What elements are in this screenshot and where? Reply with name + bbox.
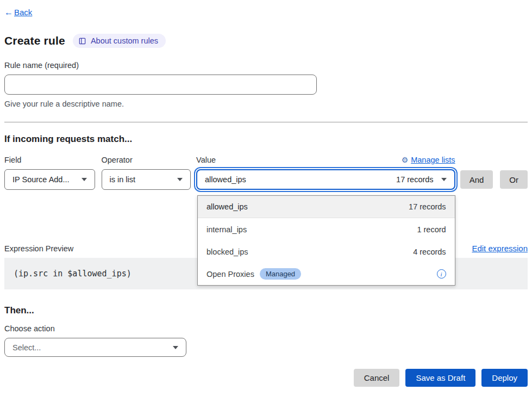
chevron-down-icon (173, 346, 178, 349)
value-dropdown-panel: allowed_ips 17 records internal_ips 1 re… (197, 195, 455, 286)
value-label: Value (196, 156, 216, 164)
list-record-count: 4 records (413, 248, 446, 256)
then-section-heading: Then... (4, 305, 528, 316)
operator-select[interactable]: is in list (102, 169, 191, 190)
value-label-row: Value ⚙ Manage lists (196, 156, 455, 164)
back-row: ←Back (4, 8, 528, 17)
gear-icon: ⚙ (402, 156, 409, 164)
value-select[interactable]: allowed_ips 17 records (196, 169, 455, 190)
back-link-label: Back (14, 8, 32, 17)
save-as-draft-button[interactable]: Save as Draft (405, 369, 475, 387)
about-badge-label: About custom rules (91, 36, 158, 45)
edit-expression-link[interactable]: Edit expression (472, 244, 528, 253)
rule-name-input[interactable] (4, 75, 317, 95)
list-name: blocked_ips (206, 248, 248, 256)
field-select[interactable]: IP Source Add... (4, 169, 95, 190)
manage-lists-label: Manage lists (411, 156, 455, 164)
list-record-count: 1 record (417, 225, 446, 234)
expression-code: (ip.src in $allowed_ips) (14, 269, 132, 279)
value-column: Value ⚙ Manage lists allowed_ips 17 reco… (196, 156, 455, 190)
action-select[interactable]: Select... (4, 338, 186, 357)
match-section-heading: If incoming requests match... (4, 134, 528, 145)
book-icon (78, 37, 86, 45)
list-name: allowed_ips (206, 202, 248, 211)
page-title: Create rule (4, 34, 65, 47)
chevron-down-icon (441, 178, 447, 181)
choose-action-label: Choose action (4, 324, 528, 333)
operator-select-value: is in list (110, 175, 171, 184)
match-row: Field IP Source Add... Operator is in li… (4, 156, 528, 190)
operator-label: Operator (102, 156, 191, 164)
chevron-down-icon (82, 178, 87, 181)
back-arrow-icon: ← (4, 8, 13, 17)
rule-name-group: Rule name (required) Give your rule a de… (4, 61, 528, 108)
value-select-name: allowed_ips (205, 175, 396, 184)
deploy-button[interactable]: Deploy (481, 369, 528, 387)
and-button[interactable]: And (460, 170, 493, 189)
dropdown-item-allowed-ips[interactable]: allowed_ips 17 records (198, 196, 455, 218)
action-select-placeholder: Select... (12, 343, 166, 352)
dropdown-item-internal-ips[interactable]: internal_ips 1 record (198, 218, 455, 240)
value-select-meta: 17 records (396, 175, 434, 184)
or-button[interactable]: Or (500, 170, 528, 189)
list-name: Open Proxies (206, 270, 254, 279)
list-name: internal_ips (206, 225, 247, 234)
info-icon[interactable]: i (437, 269, 446, 279)
cancel-button[interactable]: Cancel (354, 369, 400, 387)
list-record-count: 17 records (409, 202, 446, 211)
title-row: Create rule About custom rules (4, 34, 528, 48)
footer-actions: Cancel Save as Draft Deploy (4, 369, 528, 387)
rule-name-label: Rule name (required) (4, 61, 528, 70)
managed-badge: Managed (260, 268, 301, 280)
field-label: Field (4, 156, 95, 164)
about-custom-rules-link[interactable]: About custom rules (73, 34, 166, 48)
manage-lists-link[interactable]: ⚙ Manage lists (402, 156, 455, 164)
dropdown-item-open-proxies[interactable]: Open Proxies Managed i (198, 263, 455, 285)
field-column: Field IP Source Add... (4, 156, 95, 190)
back-link[interactable]: ←Back (4, 8, 32, 17)
expression-preview-label: Expression Preview (4, 244, 73, 253)
rule-name-helper: Give your rule a descriptive name. (4, 100, 528, 108)
chevron-down-icon (177, 178, 183, 181)
dropdown-item-blocked-ips[interactable]: blocked_ips 4 records (198, 240, 455, 263)
field-select-value: IP Source Add... (12, 175, 75, 184)
operator-column: Operator is in list (102, 156, 191, 190)
section-divider (4, 122, 528, 122)
